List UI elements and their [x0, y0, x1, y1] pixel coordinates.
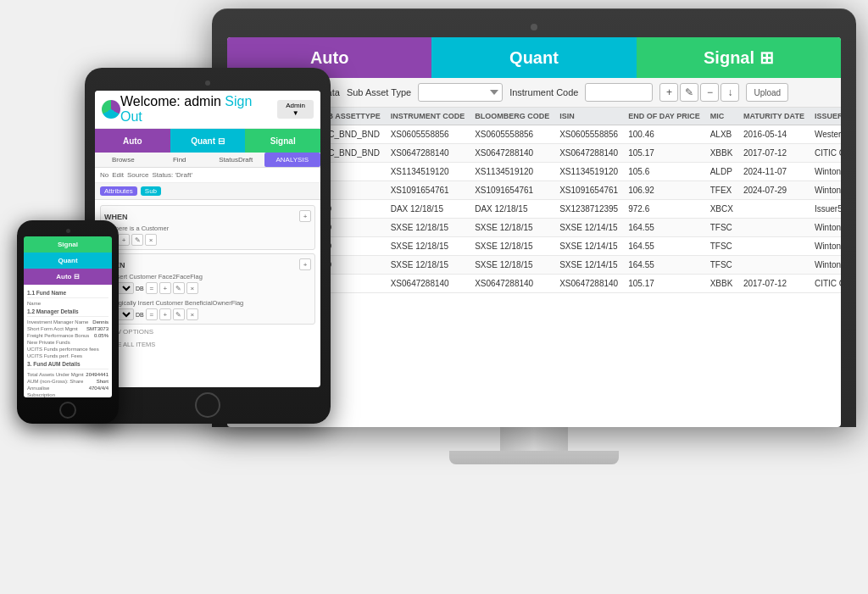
then-plus-btn[interactable]: + — [159, 282, 171, 294]
show-options[interactable]: SHOW OPTIONS — [100, 328, 315, 336]
then-eq2-btn[interactable]: = — [146, 308, 158, 320]
tablet-camera — [205, 80, 210, 86]
cell-8-2: XS0647288140 — [386, 275, 470, 293]
then-db2-label: DB — [136, 312, 144, 318]
then-eq-btn[interactable]: = — [146, 282, 158, 294]
cell-4-7 — [738, 200, 810, 219]
then-edit2-btn[interactable]: ✎ — [173, 308, 185, 320]
phone-screen: Signal Quant Auto ⊟ 1.1 Fund Name Name 1… — [24, 236, 112, 397]
edit-button[interactable]: ✎ — [680, 83, 698, 102]
tablet-tab-signal[interactable]: Signal — [245, 129, 320, 153]
phone-device: Signal Quant Auto ⊟ 1.1 Fund Name Name 1… — [17, 220, 119, 424]
then-item-1: 1. Insert Customer Face2FaceFlag — [104, 271, 311, 282]
cell-1-4: XS0647288140 — [554, 144, 623, 163]
cell-8-5: 105.17 — [623, 275, 705, 293]
nav-analysis[interactable]: ANALYSIS — [264, 153, 321, 167]
admin-button[interactable]: Admin ▼ — [277, 100, 314, 119]
col-issuer: Issuer — [810, 108, 841, 125]
nav-browse[interactable]: Browse — [95, 153, 152, 167]
when-actions: = + ✎ × — [104, 234, 311, 246]
sub-asset-select[interactable] — [418, 83, 503, 102]
tablet-nav: Browse Find StatusDraft ANALYSIS — [95, 153, 320, 168]
tablet-logo — [102, 100, 120, 119]
cell-7-3: SXSE 12/18/15 — [470, 256, 554, 275]
nav-status-draft[interactable]: StatusDraft — [208, 153, 264, 167]
monitor-camera — [531, 24, 537, 31]
download-button[interactable]: ↓ — [721, 83, 739, 102]
col-maturity: Maturity Date — [738, 108, 810, 125]
close-all-items[interactable]: CLOSE ALL ITEMS — [100, 341, 315, 348]
phone-row-ucits2: UCITS Funds perf. Fees — [27, 353, 108, 359]
cell-8-8: CITIC Guoan Vine Co Ltd — [810, 275, 841, 293]
cell-8-3: XS0647288140 — [470, 275, 554, 293]
when-edit-btn[interactable]: ✎ — [131, 234, 143, 246]
then-edit-btn[interactable]: ✎ — [173, 282, 185, 294]
phone-section-fund-name: 1.1 Fund Name — [27, 288, 108, 298]
delete-button[interactable]: − — [700, 83, 719, 102]
cell-4-3: DAX 12/18/15 — [470, 200, 554, 219]
tablet-tab-auto[interactable]: Auto — [95, 129, 170, 153]
cell-3-7: 2024-07-29 — [738, 181, 810, 200]
cell-3-2: XS1091654761 — [386, 181, 470, 200]
tablet-device: Welcome: admin Sign Out Admin ▼ Auto Qua… — [85, 68, 331, 424]
cell-6-2: SXSE 12/18/15 — [386, 237, 470, 256]
tablet-filter-tabs: Attributes Sub — [95, 183, 320, 200]
then-add-btn[interactable]: + — [299, 258, 311, 270]
instrument-code-input[interactable] — [585, 83, 653, 102]
cell-0-7: 2016-05-14 — [738, 125, 810, 144]
when-plus-btn[interactable]: + — [118, 234, 130, 246]
phone-content: 1.1 Fund Name Name 1.2 Manager Details I… — [24, 285, 112, 397]
cell-2-6: ALDP — [705, 163, 738, 181]
cell-1-8: CITIC Guoan Vine Co Ltd — [810, 144, 841, 163]
toolbar-actions: + ✎ − ↓ — [659, 83, 739, 102]
when-del-btn[interactable]: × — [145, 234, 157, 246]
cell-2-7: 2024-11-07 — [738, 163, 810, 181]
cell-4-8: Issuer5 — [810, 200, 841, 219]
cell-7-7 — [738, 256, 810, 275]
cell-5-2: SXSE 12/18/15 — [386, 219, 470, 237]
phone-tab-auto[interactable]: Auto ⊟ — [24, 269, 112, 285]
then-plus2-btn[interactable]: + — [159, 308, 171, 320]
cell-1-6: XBBK — [705, 144, 738, 163]
cell-0-8: Western Mining Co — [810, 125, 841, 144]
tablet-header: Welcome: admin Sign Out Admin ▼ — [95, 91, 320, 129]
tab-signal[interactable]: Signal ⊞ — [637, 37, 841, 78]
tablet-home-button[interactable] — [195, 392, 220, 418]
col-instrument-code: Instrument Code — [386, 108, 470, 125]
cell-0-6: ALXB — [705, 125, 738, 144]
cell-5-6: TFSC — [705, 219, 738, 237]
phone-section-manager: 1.2 Manager Details — [27, 307, 108, 317]
tablet-tab-quant[interactable]: Quant ⊟ — [170, 129, 246, 153]
filter-attributes[interactable]: Attributes — [100, 186, 137, 196]
phone-tab-signal[interactable]: Signal — [24, 236, 112, 253]
col-isin: ISIN — [554, 108, 623, 125]
phone-tab-quant[interactable]: Quant — [24, 253, 112, 269]
phone-row-private: New Private Funds — [27, 339, 108, 346]
add-button[interactable]: + — [659, 83, 678, 102]
cell-7-4: SXSE 12/14/15 — [554, 256, 623, 275]
when-header: WHEN + — [104, 209, 311, 223]
phone-home-button[interactable] — [59, 402, 76, 419]
phone-frame: Signal Quant Auto ⊟ 1.1 Fund Name Name 1… — [17, 220, 119, 424]
cell-0-2: XS0605558856 — [386, 125, 470, 144]
cell-5-7 — [738, 219, 810, 237]
tablet-welcome: Welcome: admin Sign Out — [120, 94, 277, 125]
then-header: THEN + — [104, 258, 311, 271]
cell-8-4: XS0647288140 — [554, 275, 623, 293]
tab-quant[interactable]: Quant — [431, 37, 636, 78]
nav-find[interactable]: Find — [152, 153, 209, 167]
filter-sub[interactable]: Sub — [141, 186, 161, 196]
upload-button[interactable]: Upload — [746, 83, 788, 102]
col-price: End of Day Price — [623, 108, 705, 125]
when-add-btn[interactable]: + — [299, 210, 311, 222]
cell-0-5: 100.46 — [623, 125, 705, 144]
tablet-tabs: Auto Quant ⊟ Signal — [95, 129, 320, 153]
cell-7-8: Winton UCITS Funds — [810, 256, 841, 275]
then-del-btn[interactable]: × — [186, 282, 198, 294]
sub-edit-label: Edit — [112, 171, 124, 179]
then-del2-btn[interactable]: × — [186, 308, 198, 320]
cell-3-4: XS1091654761 — [554, 181, 623, 200]
welcome-text: Welcome: admin — [120, 94, 221, 108]
cell-2-5: 105.6 — [623, 163, 705, 181]
then-section: THEN + 1. Insert Customer Face2FaceFlag … — [100, 253, 315, 325]
